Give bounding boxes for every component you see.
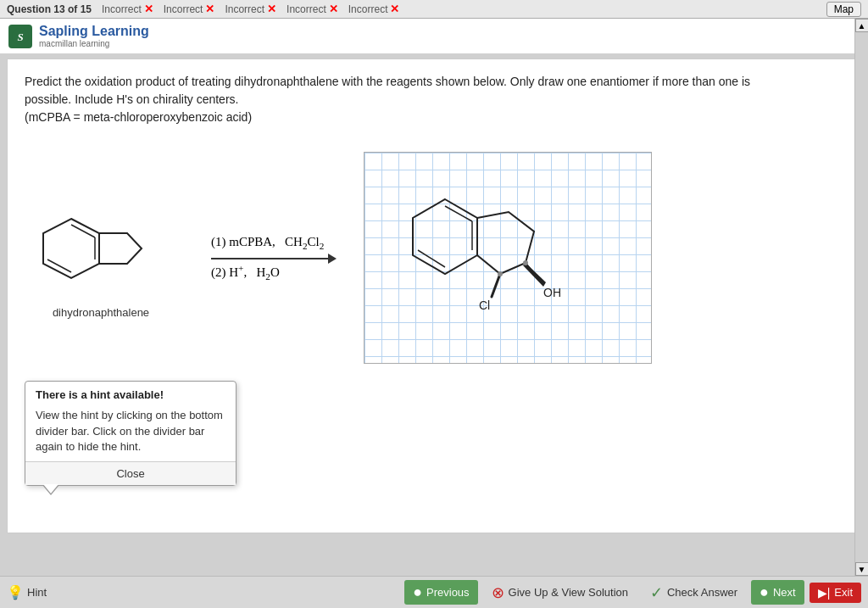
incorrect-1: Incorrect ✕ xyxy=(102,3,153,15)
svg-line-10 xyxy=(418,250,445,267)
main-content: Predict the oxidation product of treatin… xyxy=(7,59,861,533)
incorrect-3: Incorrect ✕ xyxy=(225,3,276,15)
x-icon-5: ✕ xyxy=(390,3,399,15)
next-circle-icon: ● xyxy=(760,583,769,601)
hint-box-title: There is a hint available! xyxy=(25,382,236,404)
hint-box: There is a hint available! View the hint… xyxy=(25,381,236,486)
incorrect-4: Incorrect ✕ xyxy=(287,3,338,15)
arrow-line xyxy=(211,258,330,259)
svg-text:OH: OH xyxy=(543,286,561,299)
svg-marker-6 xyxy=(99,233,142,264)
molecule-label: dihydronaphthalene xyxy=(53,306,149,319)
giveup-icon: ⊗ xyxy=(492,583,504,602)
incorrect-5: Incorrect ✕ xyxy=(348,3,400,15)
hint-bulb-icon: 💡 xyxy=(7,584,24,600)
chem-area: dihydronaphthalene (1) mCPBA, CH2Cl2 (2)… xyxy=(25,152,843,364)
incorrect-2: Incorrect ✕ xyxy=(164,3,215,15)
svg-marker-2 xyxy=(43,219,99,278)
x-icon-4: ✕ xyxy=(329,3,338,15)
reagent-line-2: (2) H+, H2O xyxy=(211,263,280,282)
svg-point-17 xyxy=(498,271,503,276)
molecule-left: dihydronaphthalene xyxy=(25,198,177,319)
reagent-line-1: (1) mCPBA, CH2Cl2 xyxy=(211,235,324,251)
check-answer-button[interactable]: ✓ Check Answer xyxy=(642,580,746,605)
svg-text:S: S xyxy=(17,31,23,43)
question-text: Predict the oxidation product of treatin… xyxy=(25,73,754,126)
sapling-logo: S xyxy=(8,25,32,48)
x-icon-2: ✕ xyxy=(205,3,214,15)
map-button[interactable]: Map xyxy=(826,2,861,17)
svg-point-18 xyxy=(523,260,528,265)
hint-bottom: 💡 Hint xyxy=(7,584,47,600)
svg-line-12 xyxy=(492,274,500,297)
sapling-title: Sapling Learning xyxy=(39,24,149,39)
reagents-section: (1) mCPBA, CH2Cl2 (2) H+, H2O xyxy=(211,235,330,282)
next-button[interactable]: ● Next xyxy=(751,580,804,605)
check-icon: ✓ xyxy=(650,583,663,602)
sapling-subtitle: macmillan learning xyxy=(39,39,149,48)
exit-icon: ▶| xyxy=(818,586,831,600)
drawing-grid[interactable]: Cl OH xyxy=(364,152,652,364)
svg-line-8 xyxy=(445,206,472,221)
scrollbar: ▲ ▼ xyxy=(854,19,868,576)
exit-button[interactable]: ▶| Exit xyxy=(810,583,861,603)
svg-text:Cl: Cl xyxy=(479,298,490,312)
x-icon-1: ✕ xyxy=(144,3,153,15)
hint-box-body: View the hint by clicking on the bottom … xyxy=(25,404,236,461)
scroll-down-button[interactable]: ▼ xyxy=(855,562,869,576)
hint-label: Hint xyxy=(27,586,47,599)
product-molecule-svg: Cl OH xyxy=(377,165,640,352)
hint-close-button[interactable]: Close xyxy=(25,461,236,485)
scroll-up-button[interactable]: ▲ xyxy=(855,19,869,32)
sapling-header: S Sapling Learning macmillan learning xyxy=(0,19,868,53)
x-icon-3: ✕ xyxy=(267,3,276,15)
prev-circle-icon: ● xyxy=(413,583,422,601)
scroll-track[interactable] xyxy=(855,32,868,562)
bottom-toolbar: 💡 Hint ● Previous ⊗ Give Up & View Solut… xyxy=(0,576,868,608)
svg-marker-15 xyxy=(523,263,546,287)
svg-marker-7 xyxy=(413,199,477,274)
question-label: Question 13 of 15 xyxy=(7,3,92,15)
top-bar: Question 13 of 15 Incorrect ✕ Incorrect … xyxy=(0,0,868,19)
arrow-container xyxy=(211,258,330,259)
svg-line-3 xyxy=(71,225,95,237)
giveup-button[interactable]: ⊗ Give Up & View Solution xyxy=(483,580,637,605)
svg-line-5 xyxy=(47,259,71,272)
hint-tail-inner xyxy=(43,484,58,494)
previous-button[interactable]: ● Previous xyxy=(404,580,477,605)
dihydronaphthalene-svg xyxy=(25,198,177,299)
